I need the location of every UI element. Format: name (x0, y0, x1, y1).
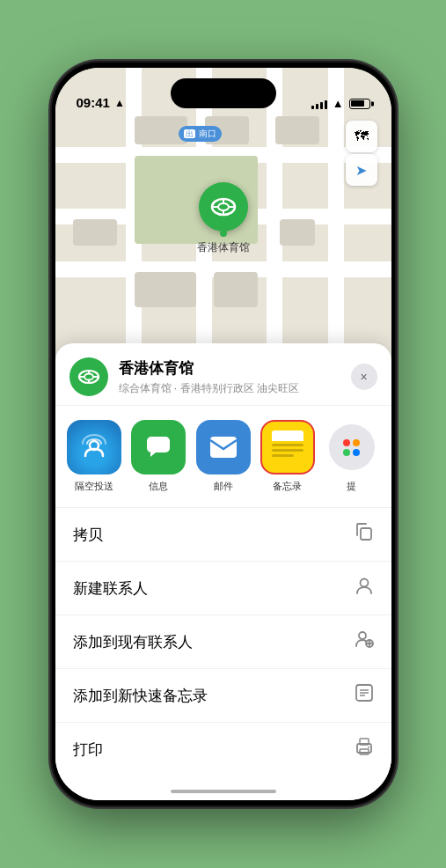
exit-prefix: 出 (184, 129, 195, 138)
action-print[interactable]: 打印 (55, 723, 391, 776)
exit-text: 南口 (199, 129, 216, 138)
print-label: 打印 (73, 739, 103, 760)
bottom-sheet: 香港体育馆 综合体育馆 · 香港特别行政区 油尖旺区 × (55, 343, 391, 800)
signal-bar-2 (316, 104, 318, 109)
dot-orange (353, 439, 360, 446)
action-new-contact[interactable]: 新建联系人 (55, 562, 391, 615)
svg-point-1 (218, 203, 229, 210)
action-list: 拷贝 新建联系人 (55, 508, 391, 776)
messages-svg (143, 432, 173, 462)
mail-svg (208, 435, 238, 460)
svg-rect-14 (210, 437, 237, 458)
svg-rect-27 (360, 749, 369, 754)
quick-note-label: 添加到新快速备忘录 (73, 686, 208, 706)
more-circle (329, 424, 375, 470)
add-contact-icon (355, 629, 374, 654)
map-block-5 (280, 219, 315, 246)
status-icons: ▲ (311, 97, 370, 110)
bottom-spacer (55, 776, 391, 800)
venue-pin: 香港体育馆 (197, 182, 250, 255)
dot-red (343, 439, 350, 446)
share-item-mail[interactable]: 邮件 (194, 420, 252, 493)
map-block-4 (73, 219, 117, 246)
airdrop-label: 隔空投送 (75, 480, 113, 493)
svg-point-17 (359, 632, 366, 639)
venue-info: 香港体育馆 综合体育馆 · 香港特别行政区 油尖旺区 (119, 358, 351, 396)
svg-rect-15 (361, 528, 371, 540)
messages-label: 信息 (149, 480, 168, 493)
quick-note-icon (355, 683, 374, 708)
map-type-icon: 🗺 (355, 129, 369, 144)
share-item-airdrop[interactable]: 隔空投送 (66, 420, 123, 493)
venue-name-label: 香港体育馆 (119, 358, 351, 379)
map-block-6 (135, 272, 196, 307)
add-contact-label: 添加到现有联系人 (73, 632, 193, 652)
dot-blue (353, 449, 360, 456)
notes-icon (260, 420, 315, 474)
copy-label: 拷贝 (73, 525, 103, 545)
action-add-contact[interactable]: 添加到现有联系人 (55, 615, 391, 669)
mail-label: 邮件 (214, 480, 233, 493)
phone-screen: 09:41 ▲ ▲ (55, 68, 391, 800)
map-type-button[interactable]: 🗺 (346, 121, 377, 152)
share-row: 隔空投送 信息 (55, 406, 391, 508)
exit-label: 出 南口 (179, 126, 223, 142)
stadium-svg-icon (210, 194, 237, 220)
more-label: 提 (347, 480, 356, 493)
mail-icon (196, 420, 251, 474)
more-dots-top (343, 439, 360, 446)
close-button[interactable]: × (351, 364, 377, 390)
map-controls: 🗺 ➤ (346, 121, 377, 186)
notes-line-1 (272, 444, 303, 446)
location-button[interactable]: ➤ (346, 154, 377, 186)
notes-line-3 (272, 454, 294, 457)
share-item-notes[interactable]: 备忘录 (259, 420, 316, 493)
location-arrow-icon: ▲ (114, 97, 125, 109)
airdrop-svg (80, 433, 108, 461)
notes-inner (267, 426, 308, 468)
action-copy[interactable]: 拷贝 (55, 508, 391, 562)
status-time: 09:41 ▲ (77, 95, 125, 110)
signal-bars-icon (311, 99, 327, 109)
more-icon-container (325, 420, 379, 474)
signal-bar-4 (325, 100, 327, 109)
svg-rect-13 (147, 437, 170, 452)
airdrop-icon (67, 420, 121, 474)
venue-avatar (69, 357, 108, 396)
signal-bar-1 (311, 106, 314, 109)
sheet-header: 香港体育馆 综合体育馆 · 香港特别行政区 油尖旺区 × (55, 343, 391, 406)
venue-avatar-icon (77, 365, 100, 388)
map-block-7 (214, 272, 258, 307)
location-icon: ➤ (355, 162, 367, 179)
share-item-messages[interactable]: 信息 (130, 420, 187, 493)
signal-bar-3 (320, 102, 323, 109)
share-item-more[interactable]: 提 (323, 420, 380, 493)
svg-point-7 (84, 374, 93, 380)
new-contact-icon (355, 576, 374, 600)
pin-circle (199, 182, 248, 232)
notes-label: 备忘录 (273, 480, 302, 493)
print-icon (355, 737, 374, 761)
pin-venue-label: 香港体育馆 (197, 240, 250, 255)
notes-line-2 (272, 449, 303, 452)
dot-green (343, 449, 350, 456)
new-contact-label: 新建联系人 (73, 578, 148, 599)
venue-desc-label: 综合体育馆 · 香港特别行政区 油尖旺区 (119, 381, 351, 396)
action-quick-note[interactable]: 添加到新快速备忘录 (55, 669, 391, 723)
battery-fill (351, 100, 364, 107)
dynamic-island (171, 78, 276, 108)
phone-frame: 09:41 ▲ ▲ (52, 63, 395, 805)
messages-icon (131, 420, 186, 474)
map-block-3 (275, 116, 319, 144)
home-indicator (171, 790, 276, 793)
svg-point-16 (360, 579, 368, 587)
svg-point-28 (368, 747, 369, 748)
copy-icon (355, 522, 374, 547)
notes-top-bar (272, 430, 303, 441)
wifi-icon: ▲ (333, 97, 344, 110)
time-display: 09:41 (77, 95, 110, 110)
battery-icon (349, 99, 370, 109)
more-dots-bottom (343, 449, 360, 456)
